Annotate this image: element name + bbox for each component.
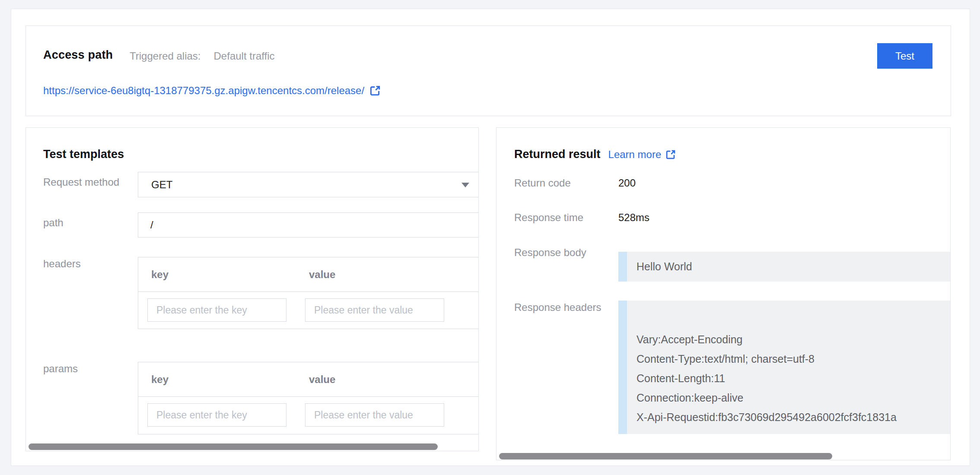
headers-key-column-header: key: [151, 257, 169, 292]
request-panel-horizontal-scrollbar[interactable]: [29, 443, 438, 450]
response-header-line: Content-Length:11: [636, 369, 942, 388]
headers-key-input[interactable]: [147, 298, 286, 322]
response-headers-label: Response headers: [514, 301, 601, 314]
access-url-text: https://service-6eu8igtq-1318779375.gz.a…: [43, 85, 364, 97]
external-link-icon: [369, 85, 381, 96]
params-key-input[interactable]: [147, 403, 286, 427]
triggered-alias-label: Triggered alias:: [130, 50, 201, 62]
params-key-column-header: key: [151, 362, 169, 397]
headers-value-column-header: value: [309, 257, 335, 292]
returned-result-title-row: Returned result Learn more: [514, 148, 676, 161]
path-input[interactable]: [138, 212, 479, 238]
test-templates-title: Test templates: [43, 148, 124, 161]
returned-result-panel: Returned result Learn more Return code 2…: [496, 127, 951, 460]
headers-table: key value: [138, 257, 479, 329]
page: { "colors": { "accent_blue": "#2b6de9", …: [0, 0, 980, 475]
params-value-column-header: value: [309, 362, 335, 397]
response-body-box: Hello World: [618, 252, 950, 282]
path-label: path: [43, 217, 64, 229]
request-method-label: Request method: [43, 176, 119, 188]
request-method-select[interactable]: GET: [138, 172, 479, 197]
response-panel-horizontal-scrollbar[interactable]: [499, 453, 832, 459]
main-card: Access path Triggered alias:Default traf…: [11, 9, 970, 466]
headers-label: headers: [43, 258, 81, 270]
response-header-line: Connection:keep-alive: [636, 388, 942, 408]
access-path-title: Access path: [43, 48, 113, 62]
access-path-card: Access path Triggered alias:Default traf…: [25, 25, 951, 116]
params-table-row: [138, 397, 479, 434]
learn-more-text: Learn more: [608, 149, 662, 161]
response-body-value: Hello World: [636, 260, 692, 273]
response-body-label: Response body: [514, 247, 586, 259]
test-templates-panel: Test templates Request method GET path h…: [25, 127, 479, 451]
response-header-line: Content-Type:text/html; charset=utf-8: [636, 349, 942, 369]
external-link-icon: [665, 149, 676, 160]
returned-result-title: Returned result: [514, 148, 601, 161]
params-value-input[interactable]: [305, 403, 444, 427]
return-code-value: 200: [618, 177, 636, 189]
access-url-link[interactable]: https://service-6eu8igtq-1318779375.gz.a…: [43, 85, 381, 97]
response-time-value: 528ms: [618, 212, 649, 224]
caret-down-icon: [461, 183, 469, 187]
params-table: key value: [138, 362, 479, 434]
return-code-label: Return code: [514, 177, 571, 189]
params-table-head: key value: [138, 362, 479, 397]
response-time-label: Response time: [514, 212, 583, 224]
params-label: params: [43, 363, 78, 375]
response-headers-box: Vary:Accept-Encoding Content-Type:text/h…: [618, 301, 950, 434]
request-method-value: GET: [151, 172, 172, 197]
triggered-alias: Triggered alias:Default traffic: [130, 50, 274, 62]
response-header-line: Vary:Accept-Encoding: [636, 330, 942, 349]
headers-value-input[interactable]: [305, 298, 444, 322]
headers-table-head: key value: [138, 257, 479, 292]
test-button[interactable]: Test: [877, 43, 932, 69]
response-header-line: X-Api-Requestid:fb3c73069d295492a6002fcf…: [636, 408, 942, 427]
learn-more-link[interactable]: Learn more: [608, 149, 676, 161]
triggered-alias-value: Default traffic: [214, 50, 275, 62]
headers-table-row: [138, 292, 479, 329]
